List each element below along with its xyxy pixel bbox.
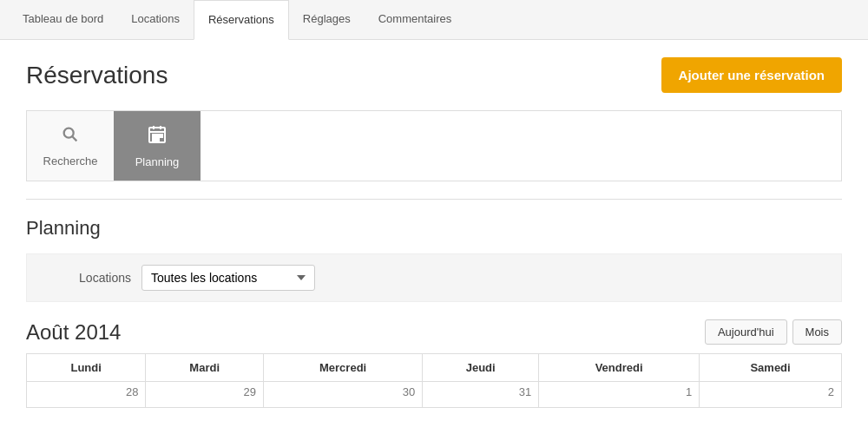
add-reservation-button[interactable]: Ajouter une réservation <box>661 57 842 93</box>
svg-point-0 <box>64 128 74 137</box>
svg-rect-10 <box>156 138 159 141</box>
locations-filter-select[interactable]: Toutes les locations Location 1 Location… <box>141 265 315 291</box>
nav-bar: Tableau de bord Locations Réservations R… <box>0 0 868 40</box>
search-icon <box>61 125 80 149</box>
svg-rect-8 <box>160 135 162 137</box>
col-lundi: Lundi <box>27 354 146 382</box>
calendar-table: Lundi Mardi Mercredi Jeudi Vendredi Same… <box>26 353 842 408</box>
section-divider <box>26 199 842 200</box>
planning-section-title: Planning <box>26 217 842 240</box>
svg-rect-6 <box>153 135 155 137</box>
calendar-row: 28 29 30 31 1 2 <box>27 382 842 408</box>
col-mardi: Mardi <box>146 354 264 382</box>
svg-rect-9 <box>153 138 155 141</box>
calendar-icon <box>147 124 168 150</box>
calendar-header-row: Lundi Mardi Mercredi Jeudi Vendredi Same… <box>27 354 842 382</box>
day-28: 28 <box>27 382 146 408</box>
view-btn-recherche-label: Recherche <box>43 155 98 168</box>
filter-row: Locations Toutes les locations Location … <box>26 253 842 302</box>
nav-item-reservations[interactable]: Réservations <box>194 0 289 40</box>
col-samedi: Samedi <box>700 354 842 382</box>
page-header: Réservations Ajouter une réservation <box>26 57 842 93</box>
view-btn-recherche[interactable]: Recherche <box>27 111 114 181</box>
nav-item-locations[interactable]: Locations <box>117 0 194 39</box>
filter-label: Locations <box>44 271 131 285</box>
nav-item-tableau[interactable]: Tableau de bord <box>9 0 117 39</box>
month-nav: Aujourd'hui Mois <box>705 319 842 345</box>
view-btn-planning-label: Planning <box>135 155 180 168</box>
today-button[interactable]: Aujourd'hui <box>705 319 787 345</box>
svg-line-1 <box>72 136 76 141</box>
page-title: Réservations <box>26 62 168 89</box>
nav-item-commentaires[interactable]: Commentaires <box>365 0 466 39</box>
day-29: 29 <box>146 382 264 408</box>
month-title: Août 2014 <box>26 320 121 345</box>
day-2: 2 <box>700 382 842 408</box>
month-button[interactable]: Mois <box>792 319 842 345</box>
planning-section: Planning Locations Toutes les locations … <box>26 217 842 408</box>
month-header: Août 2014 Aujourd'hui Mois <box>26 319 842 345</box>
view-toggle: Recherche Planning <box>26 110 842 181</box>
col-mercredi: Mercredi <box>264 354 423 382</box>
nav-item-reglages[interactable]: Réglages <box>289 0 365 39</box>
view-btn-planning[interactable]: Planning <box>114 111 201 181</box>
main-content: Réservations Ajouter une réservation Rec… <box>0 40 868 425</box>
col-vendredi: Vendredi <box>539 354 700 382</box>
day-30: 30 <box>264 382 423 408</box>
day-31: 31 <box>423 382 539 408</box>
col-jeudi: Jeudi <box>423 354 539 382</box>
day-1: 1 <box>539 382 700 408</box>
svg-rect-7 <box>156 135 159 137</box>
